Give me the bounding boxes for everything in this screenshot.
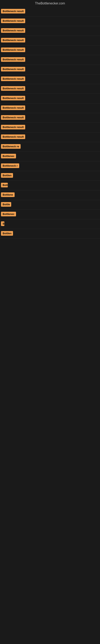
result-row[interactable]: Bottleneck result xyxy=(0,74,100,84)
bottleneck-badge[interactable]: Bottleneck result xyxy=(1,76,25,81)
result-row[interactable]: Bottleneck result xyxy=(0,123,100,132)
bottleneck-badge[interactable]: Bottleneck result xyxy=(1,67,25,72)
bottleneck-badge[interactable]: Bottleneck result xyxy=(1,115,25,120)
bottleneck-badge[interactable]: Bottleneck result xyxy=(1,38,25,42)
bottleneck-badge[interactable]: Bottlenec xyxy=(1,212,16,216)
site-title-text: TheBottlenecker.com xyxy=(35,2,65,5)
site-title: TheBottlenecker.com xyxy=(0,0,100,7)
result-row[interactable]: Bottleneck result xyxy=(0,104,100,113)
result-row[interactable]: Bottleneck result xyxy=(0,94,100,104)
bottleneck-badge[interactable]: Bottleneck re xyxy=(1,144,21,149)
bottleneck-badge[interactable]: Bottlen xyxy=(1,173,13,178)
bottleneck-badge[interactable]: Bottleneck result xyxy=(1,48,25,52)
bottleneck-badge[interactable]: Bottleneck result xyxy=(1,106,25,110)
bottleneck-badge[interactable]: Bottleneck result xyxy=(1,96,25,100)
bottleneck-badge[interactable]: Bottleneck r xyxy=(1,164,19,168)
bottleneck-badge[interactable]: Bo xyxy=(1,222,4,226)
result-row[interactable]: Bottleneck result xyxy=(0,26,100,36)
result-row[interactable]: Bottleneck result xyxy=(0,65,100,74)
result-row[interactable]: Bottleneck result xyxy=(0,84,100,94)
result-row[interactable]: Bo xyxy=(0,219,100,229)
result-row[interactable]: Bottleneck result xyxy=(0,55,100,65)
result-row[interactable]: Bottlenec xyxy=(0,210,100,219)
result-row[interactable]: Bottle xyxy=(0,200,100,210)
result-row[interactable]: Bott xyxy=(0,181,100,190)
result-row[interactable]: Bottleneck r xyxy=(0,162,100,171)
result-row[interactable]: Bottleneck result xyxy=(0,132,100,142)
result-row[interactable]: Bottlenec xyxy=(0,152,100,162)
bottleneck-badge[interactable]: Bottleneck result xyxy=(1,9,25,14)
bottleneck-badge[interactable]: Bottleneck result xyxy=(1,134,25,139)
bottleneck-badge[interactable]: Bott xyxy=(1,183,8,187)
bottleneck-badge[interactable]: Bottlene xyxy=(1,192,15,197)
bottleneck-badge[interactable]: Bottlen xyxy=(1,231,13,236)
result-row[interactable]: Bottleneck re xyxy=(0,142,100,152)
bottleneck-badge[interactable]: Bottleneck result xyxy=(1,28,25,33)
result-row[interactable]: Bottleneck result xyxy=(0,113,100,123)
results-list: Bottleneck resultBottleneck resultBottle… xyxy=(0,7,100,239)
result-row[interactable]: Bottlen xyxy=(0,171,100,181)
bottleneck-badge[interactable]: Bottlenec xyxy=(1,154,16,158)
page-wrapper: TheBottlenecker.com Bottleneck resultBot… xyxy=(0,0,100,239)
result-row[interactable]: Bottlene xyxy=(0,190,100,200)
result-row[interactable]: Bottleneck result xyxy=(0,36,100,46)
result-row[interactable]: Bottleneck result xyxy=(0,16,100,26)
result-row[interactable]: Bottlen xyxy=(0,229,100,239)
result-row[interactable]: Bottleneck result xyxy=(0,46,100,55)
bottleneck-badge[interactable]: Bottleneck result xyxy=(1,57,25,62)
bottleneck-badge[interactable]: Bottleneck result xyxy=(1,86,25,91)
bottleneck-badge[interactable]: Bottleneck result xyxy=(1,125,25,130)
result-row[interactable]: Bottleneck result xyxy=(0,7,100,16)
bottleneck-badge[interactable]: Bottle xyxy=(1,202,11,207)
bottleneck-badge[interactable]: Bottleneck result xyxy=(1,18,25,23)
